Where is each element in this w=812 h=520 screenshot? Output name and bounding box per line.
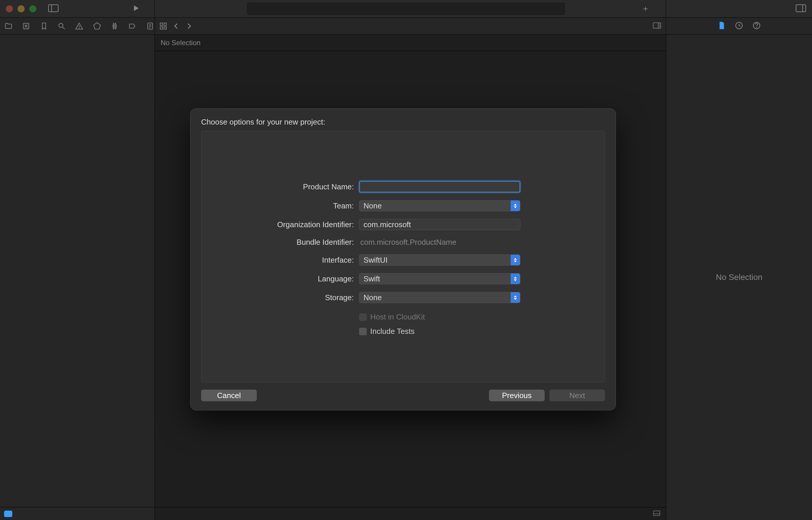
bundle-identifier-label: Bundle Identifier: [219, 238, 354, 247]
team-select-value: None [364, 201, 382, 210]
modal-overlay: Choose options for your new project: Pro… [0, 0, 812, 520]
product-name-label: Product Name: [219, 182, 354, 191]
bundle-identifier-value: com.microsoft.ProductName [359, 238, 456, 247]
storage-label: Storage: [219, 293, 354, 302]
team-select[interactable]: None [359, 200, 520, 211]
updown-caret-icon [510, 292, 520, 303]
storage-select[interactable]: None [359, 292, 520, 303]
include-tests-checkbox[interactable] [359, 328, 367, 335]
language-label: Language: [219, 275, 354, 283]
interface-select[interactable]: SwiftUI [359, 255, 520, 265]
dialog-title: Choose options for your new project: [201, 118, 605, 127]
updown-caret-icon [510, 201, 520, 211]
dialog-footer: Cancel Previous Next [201, 390, 605, 401]
updown-caret-icon [510, 255, 520, 265]
include-tests-label: Include Tests [370, 327, 415, 336]
previous-button[interactable]: Previous [489, 390, 545, 401]
interface-select-value: SwiftUI [364, 256, 388, 265]
org-identifier-label: Organization Identifier: [219, 220, 354, 229]
dialog-body: Product Name: Team: None Organization Id… [201, 131, 605, 383]
org-identifier-value: com.microsoft [364, 220, 411, 229]
language-select[interactable]: Swift [359, 273, 520, 284]
team-label: Team: [219, 201, 354, 210]
product-name-input[interactable] [359, 181, 520, 192]
host-cloudkit-label: Host in CloudKit [370, 312, 425, 321]
next-button: Next [549, 390, 605, 401]
updown-caret-icon [510, 274, 520, 284]
host-cloudkit-checkbox [359, 313, 367, 321]
language-select-value: Swift [364, 275, 380, 283]
storage-select-value: None [364, 293, 382, 302]
new-project-options-dialog: Choose options for your new project: Pro… [190, 108, 616, 410]
cancel-button[interactable]: Cancel [201, 390, 257, 401]
org-identifier-input[interactable]: com.microsoft [359, 219, 520, 230]
interface-label: Interface: [219, 256, 354, 265]
